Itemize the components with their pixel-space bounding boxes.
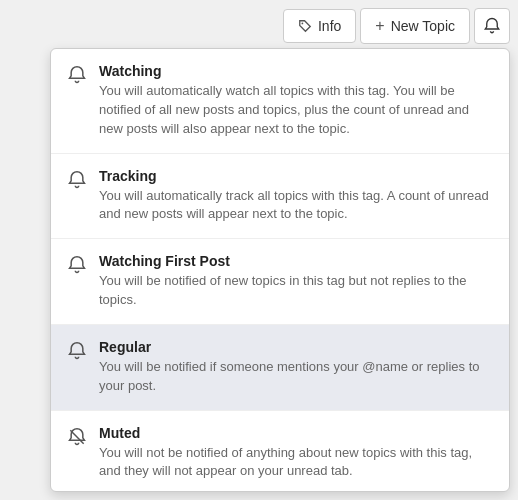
watching-first-post-icon-col <box>67 253 89 275</box>
tag-icon <box>298 19 312 33</box>
watching-first-post-desc: You will be notified of new topics in th… <box>99 272 493 310</box>
watching-first-post-bell-icon <box>67 255 87 275</box>
tracking-text: Tracking You will automatically track al… <box>99 168 493 225</box>
tracking-bell-icon <box>67 170 87 190</box>
watching-first-post-item[interactable]: Watching First Post You will be notified… <box>51 239 509 325</box>
tracking-icon-col <box>67 168 89 190</box>
muted-text: Muted You will not be notified of anythi… <box>99 425 493 482</box>
new-topic-label: New Topic <box>391 18 455 34</box>
info-label: Info <box>318 18 341 34</box>
muted-bell-icon <box>67 427 87 447</box>
regular-icon-col <box>67 339 89 361</box>
muted-item[interactable]: Muted You will not be notified of anythi… <box>51 411 509 492</box>
watching-bell-icon <box>67 65 87 85</box>
regular-bell-icon <box>67 341 87 361</box>
notification-bell-button[interactable] <box>474 8 510 44</box>
tracking-title: Tracking <box>99 168 493 184</box>
tracking-item[interactable]: Tracking You will automatically track al… <box>51 154 509 240</box>
watching-icon-col <box>67 63 89 85</box>
watching-item[interactable]: Watching You will automatically watch al… <box>51 49 509 154</box>
info-button[interactable]: Info <box>283 9 356 43</box>
regular-text: Regular You will be notified if someone … <box>99 339 493 396</box>
watching-desc: You will automatically watch all topics … <box>99 82 493 139</box>
watching-first-post-title: Watching First Post <box>99 253 493 269</box>
watching-text: Watching You will automatically watch al… <box>99 63 493 139</box>
bell-icon <box>483 17 501 35</box>
top-bar: Info + New Topic <box>283 8 510 44</box>
watching-title: Watching <box>99 63 493 79</box>
muted-desc: You will not be notified of anything abo… <box>99 444 493 482</box>
notification-dropdown: Watching You will automatically watch al… <box>50 48 510 492</box>
regular-item[interactable]: Regular You will be notified if someone … <box>51 325 509 411</box>
regular-desc: You will be notified if someone mentions… <box>99 358 493 396</box>
muted-icon-col <box>67 425 89 447</box>
muted-title: Muted <box>99 425 493 441</box>
new-topic-button[interactable]: + New Topic <box>360 8 470 44</box>
svg-point-0 <box>301 23 303 25</box>
watching-first-post-text: Watching First Post You will be notified… <box>99 253 493 310</box>
regular-title: Regular <box>99 339 493 355</box>
plus-icon: + <box>375 17 384 35</box>
tracking-desc: You will automatically track all topics … <box>99 187 493 225</box>
